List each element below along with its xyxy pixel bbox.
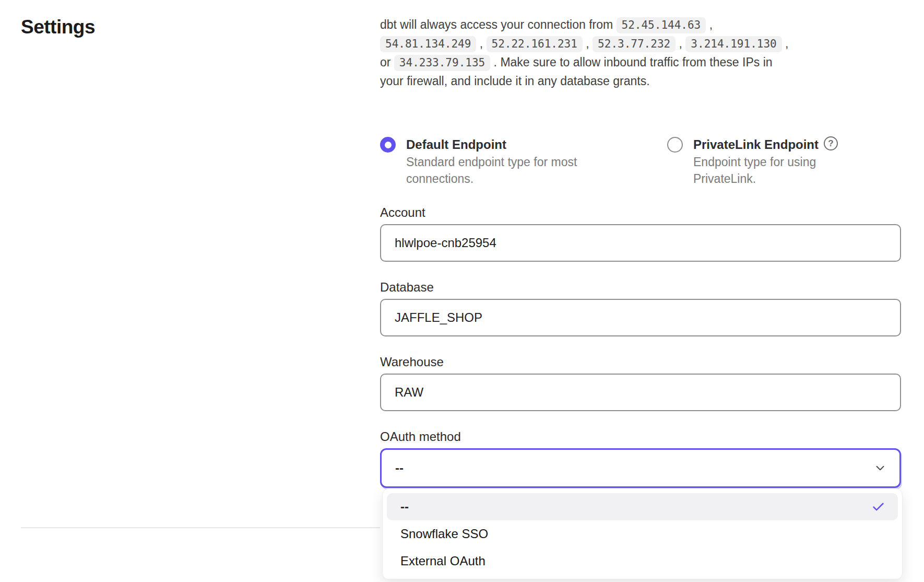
option-label: Snowflake SSO (400, 527, 488, 541)
database-field: Database (380, 280, 901, 336)
option-label: External OAuth (400, 554, 485, 568)
database-label: Database (380, 280, 901, 295)
radio-selected-icon (380, 137, 396, 153)
radio-privatelink-endpoint[interactable]: PrivateLink Endpoint ? Endpoint type for… (667, 136, 901, 187)
settings-page: Settings dbt will always access your con… (0, 0, 924, 582)
radio-label: PrivateLink Endpoint (693, 136, 819, 153)
dropdown-option-external-oauth[interactable]: External OAuth (387, 548, 898, 575)
account-field: Account (380, 205, 901, 262)
oauth-method-value: -- (395, 461, 404, 475)
oauth-method-field: OAuth method -- (380, 429, 901, 488)
account-input[interactable] (380, 224, 901, 262)
chevron-down-icon (873, 461, 887, 475)
ip-address-chip: 52.45.144.63 (617, 17, 706, 33)
radio-description: Standard endpoint type for most connecti… (406, 154, 586, 187)
endpoint-type-radio-group: Default Endpoint Standard endpoint type … (380, 136, 901, 187)
database-input[interactable] (380, 299, 901, 336)
option-label: -- (400, 499, 409, 514)
note-text: , (583, 37, 593, 50)
oauth-method-select[interactable]: -- (380, 448, 901, 488)
note-text: , (706, 18, 713, 31)
page-title: Settings (21, 16, 95, 39)
section-divider (21, 527, 380, 528)
oauth-method-label: OAuth method (380, 429, 901, 445)
ip-address-chip: 52.22.161.231 (487, 36, 583, 52)
ip-address-chip: 54.81.134.249 (380, 36, 476, 52)
check-icon (871, 500, 885, 514)
connection-settings-section: dbt will always access your connection f… (380, 16, 901, 488)
dropdown-option-none[interactable]: -- (387, 493, 898, 520)
ip-address-chip: 3.214.191.130 (685, 36, 781, 52)
radio-description: Endpoint type for using PrivateLink. (693, 154, 826, 187)
dropdown-option-snowflake-sso[interactable]: Snowflake SSO (387, 520, 898, 548)
ip-address-chip: 34.233.79.135 (394, 55, 490, 71)
ip-address-chip: 52.3.77.232 (593, 36, 676, 52)
account-label: Account (380, 205, 901, 220)
warehouse-label: Warehouse (380, 354, 901, 370)
warehouse-field: Warehouse (380, 354, 901, 411)
note-text: dbt will always access your connection f… (380, 18, 617, 31)
help-circle-icon[interactable]: ? (824, 136, 838, 150)
oauth-method-dropdown: -- Snowflake SSO External OAuth (382, 488, 903, 579)
ip-allowlist-note: dbt will always access your connection f… (380, 16, 795, 90)
warehouse-input[interactable] (380, 374, 901, 411)
note-text: , (476, 37, 486, 50)
radio-default-endpoint[interactable]: Default Endpoint Standard endpoint type … (380, 136, 667, 187)
radio-unselected-icon (667, 137, 683, 153)
note-text: , (676, 37, 685, 50)
radio-label: Default Endpoint (406, 137, 506, 152)
